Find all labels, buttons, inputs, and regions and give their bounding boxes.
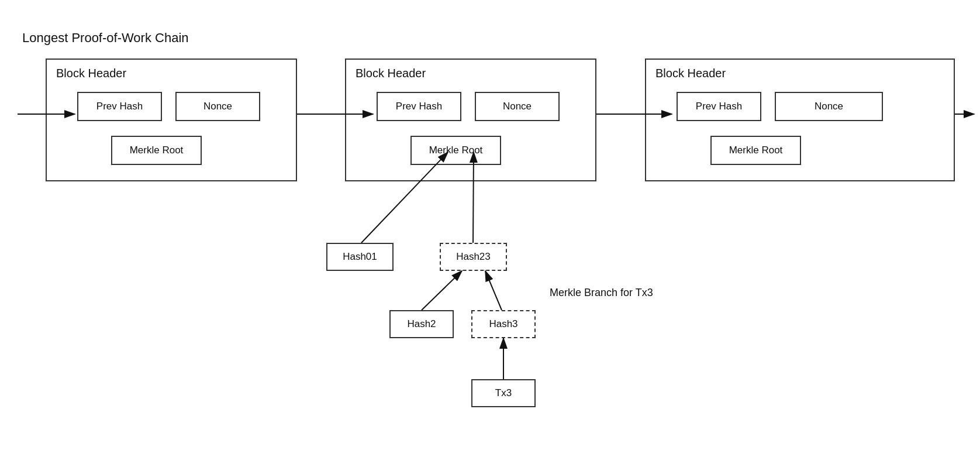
block3-label: Block Header [655,67,726,80]
svg-line-8 [485,271,502,310]
block1-nonce: Nonce [175,92,260,121]
block3-merkle-root: Merkle Root [710,136,801,165]
block1-label: Block Header [56,67,126,80]
block2-label: Block Header [356,67,426,80]
block2-nonce: Nonce [475,92,560,121]
tx3-box: Tx3 [471,379,536,407]
block2: Block Header Prev Hash Nonce Merkle Root [345,59,596,181]
block1-merkle-root: Merkle Root [111,136,202,165]
block3-nonce: Nonce [775,92,883,121]
block2-merkle-root: Merkle Root [410,136,501,165]
hash23-box: Hash23 [440,243,507,271]
hash01-box: Hash01 [326,243,394,271]
block1-prev-hash: Prev Hash [77,92,162,121]
block3: Block Header Prev Hash Nonce Merkle Root [645,59,955,181]
hash3-box: Hash3 [471,310,536,338]
merkle-branch-label: Merkle Branch for Tx3 [550,287,653,299]
svg-line-7 [422,271,462,310]
page-title: Longest Proof-of-Work Chain [22,30,189,46]
hash2-box: Hash2 [389,310,454,338]
diagram-container: Longest Proof-of-Work Chain Block Header… [0,0,980,464]
block3-prev-hash: Prev Hash [677,92,761,121]
block2-prev-hash: Prev Hash [377,92,461,121]
block1: Block Header Prev Hash Nonce Merkle Root [46,59,297,181]
